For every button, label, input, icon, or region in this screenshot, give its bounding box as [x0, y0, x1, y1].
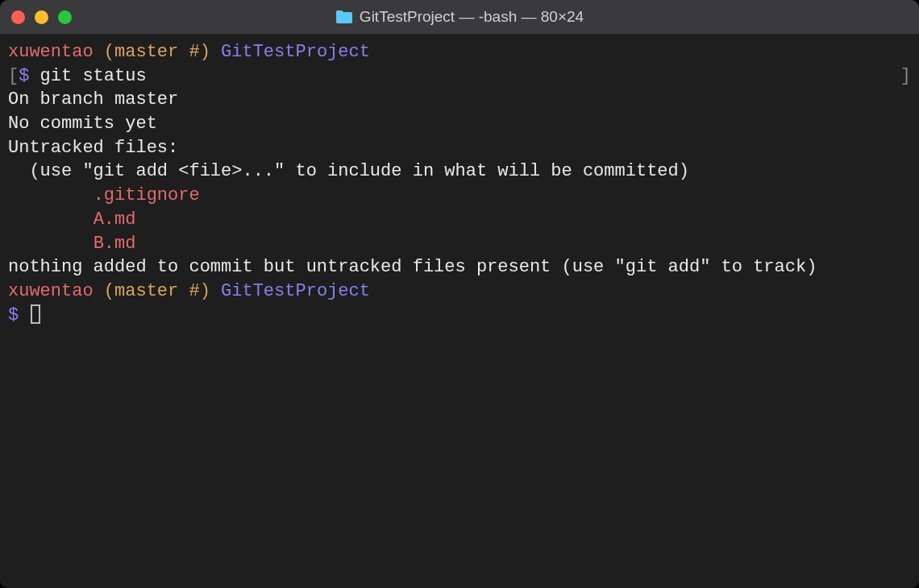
prompt-dollar-2: $: [8, 305, 29, 325]
output-untracked-hint: (use "git add <file>..." to include in w…: [8, 159, 911, 184]
prompt-branch: master #: [114, 42, 200, 62]
titlebar: GitTestProject — -bash — 80×24: [0, 0, 919, 34]
prompt-project: GitTestProject: [221, 42, 370, 62]
untracked-file-1: A.md: [8, 208, 911, 232]
terminal-body[interactable]: xuwentao (master #) GitTestProject[$ git…: [0, 34, 919, 588]
minimize-icon[interactable]: [35, 10, 48, 24]
command-line: [$ git status]: [8, 64, 911, 89]
prompt-branch-open: (: [94, 42, 114, 62]
title-center: GitTestProject — -bash — 80×24: [0, 8, 919, 26]
cursor-icon: [31, 304, 40, 324]
prompt-branch-close: ): [200, 42, 221, 62]
prompt-project-2: GitTestProject: [221, 281, 370, 301]
maximize-icon[interactable]: [58, 10, 72, 24]
prompt-line-1: xuwentao (master #) GitTestProject: [8, 40, 911, 64]
window-title: GitTestProject — -bash — 80×24: [360, 8, 584, 26]
prompt-branch-open-2: (: [94, 281, 114, 301]
window-controls: [11, 10, 72, 24]
close-icon[interactable]: [11, 10, 25, 24]
input-line[interactable]: $: [8, 304, 911, 328]
command-text: git status: [40, 66, 147, 86]
bracket-close: ]: [900, 64, 911, 89]
untracked-file-0: .gitignore: [8, 184, 911, 208]
prompt-user-2: xuwentao: [8, 281, 94, 301]
prompt-branch-2: master #: [114, 281, 200, 301]
bracket-open: [: [8, 66, 19, 86]
output-on-branch: On branch master: [8, 88, 911, 112]
prompt-line-2: xuwentao (master #) GitTestProject: [8, 280, 911, 304]
folder-icon: [335, 10, 353, 24]
terminal-window: GitTestProject — -bash — 80×24 xuwentao …: [0, 0, 919, 588]
output-no-commits: No commits yet: [8, 112, 911, 136]
output-nothing-added: nothing added to commit but untracked fi…: [8, 255, 911, 280]
prompt-branch-close-2: ): [200, 281, 221, 301]
prompt-dollar: $: [19, 66, 40, 86]
untracked-file-2: B.md: [8, 232, 911, 256]
output-untracked-header: Untracked files:: [8, 136, 911, 160]
prompt-user: xuwentao: [8, 42, 94, 62]
